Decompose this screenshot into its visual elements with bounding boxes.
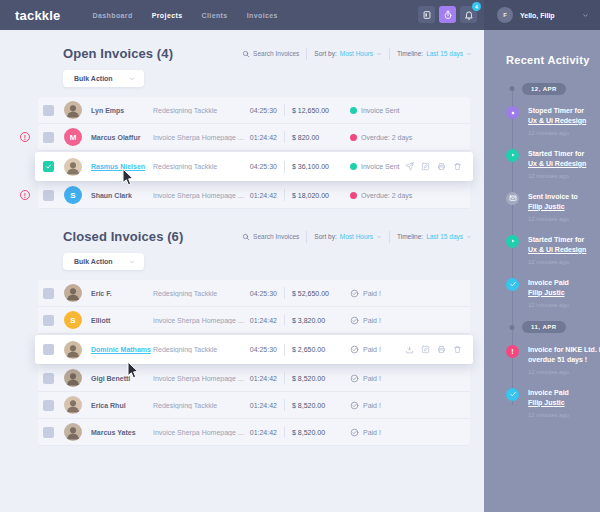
search-invoices[interactable]: Search Invoices xyxy=(242,233,299,241)
timeline-dropdown[interactable]: Timeline:Last 15 days xyxy=(397,50,472,57)
row-checkbox[interactable] xyxy=(43,373,54,384)
row-checkbox[interactable] xyxy=(43,344,54,355)
user-menu[interactable]: F Yello, Filip xyxy=(484,0,600,30)
activity-link[interactable]: Ux & Ui Redesign xyxy=(528,117,586,124)
delete-icon[interactable] xyxy=(453,345,462,354)
activity-link[interactable]: Filip Justic xyxy=(528,399,565,406)
tracked-time: 04:25:30 xyxy=(245,163,277,170)
activity-text: Started Timer forUx & Ui Redesign 12 min… xyxy=(528,235,600,266)
row-checkbox[interactable] xyxy=(43,315,54,326)
row-checkbox[interactable] xyxy=(43,427,54,438)
sidebar-title: Recent Activity xyxy=(506,54,592,66)
avatar-photo xyxy=(64,369,82,387)
row-checkbox[interactable] xyxy=(43,190,54,201)
invoice-amount: $ 36,100.00 xyxy=(292,163,350,170)
activity-link[interactable]: Ux & Ui Redesign xyxy=(528,246,586,253)
activity-text: Invoice PaidFilip Justic 12 minutes ago xyxy=(528,278,600,309)
row-checkbox[interactable] xyxy=(43,161,54,172)
invoice-row[interactable]: Eric F. Redesigning Tackkle 04:25:30 $ 5… xyxy=(38,280,470,307)
invoice-row[interactable]: Rasmus Nielsen Redesigning Tackkle 04:25… xyxy=(35,152,473,181)
project-name: Redesigning Tackkle xyxy=(153,107,245,114)
divider xyxy=(284,104,285,116)
activity-timestamp: 12 minutes ago xyxy=(528,129,600,137)
divider xyxy=(306,48,307,60)
invoice-row[interactable]: Gigi Benetti Invoice Sherpa Homepage ...… xyxy=(38,365,470,392)
project-name: Redesigning Tackkle xyxy=(153,163,245,170)
status-paid: Paid ! xyxy=(350,428,381,437)
avatar-initial: M xyxy=(64,128,82,146)
invoice-amount: $ 3,820.00 xyxy=(292,317,350,324)
activity-link[interactable]: Filip Justic xyxy=(528,203,565,210)
activity-item: Sent Invoice toFilip Justic 12 minutes a… xyxy=(506,192,592,223)
invoice-row[interactable]: SElliott Invoice Sherpa Homepage ... 01:… xyxy=(38,307,470,334)
avatar-photo xyxy=(64,284,82,302)
client-name-link[interactable]: Rasmus Nielsen xyxy=(91,163,145,170)
client-name-link[interactable]: Dominic Mathams xyxy=(91,346,151,353)
download-icon[interactable] xyxy=(405,345,414,354)
edit-icon[interactable] xyxy=(421,345,430,354)
check-circle-icon xyxy=(350,289,359,298)
status-overdue: Overdue: 2 days xyxy=(350,134,412,141)
activity-item: ! Invoice for NIKE Ltd. is overdue 51 da… xyxy=(506,345,592,376)
send-icon[interactable] xyxy=(405,162,414,171)
avatar-photo xyxy=(64,423,82,441)
search-invoices[interactable]: Search Invoices xyxy=(242,50,299,58)
timer-button[interactable] xyxy=(439,6,456,23)
activity-link[interactable]: Filip Justic xyxy=(528,289,565,296)
invoice-amount: $ 18,020.00 xyxy=(292,192,350,199)
section-controls: Search Invoices Sort by:Most Hours Timel… xyxy=(242,231,472,243)
invoice-row[interactable]: Marcus Yates Invoice Sherpa Homepage ...… xyxy=(38,419,470,446)
activity-timestamp: 12 minutes ago xyxy=(528,172,600,180)
tracked-time: 04:25:30 xyxy=(245,290,277,297)
row-checkbox[interactable] xyxy=(43,288,54,299)
sort-by-dropdown[interactable]: Sort by:Most Hours xyxy=(314,233,382,240)
invoices-main: Open Invoices (4) Search Invoices Sort b… xyxy=(0,30,484,512)
invoice-row[interactable]: ! MMarcus Olaffur Invoice Sherpa Homepag… xyxy=(38,124,470,151)
invoice-list: Lyn Emps Redesigning Tackkle 04:25:30 $ … xyxy=(38,97,470,209)
invoice-amount: $ 2,650.00 xyxy=(292,346,350,353)
nav-item-invoices[interactable]: Invoices xyxy=(247,12,278,19)
activity-link[interactable]: Ux & Ui Redesign xyxy=(528,160,586,167)
app-window: tackkle DashboardProjectsClientsInvoices… xyxy=(0,0,600,512)
row-checkbox[interactable] xyxy=(43,400,54,411)
status-paid: Paid ! xyxy=(350,345,381,354)
section-closed-invoices-6: Closed Invoices (6) Search Invoices Sort… xyxy=(20,229,476,446)
invoice-row[interactable]: Lyn Emps Redesigning Tackkle 04:25:30 $ … xyxy=(38,97,470,124)
client-name: Eric F. xyxy=(91,290,153,297)
mail-icon xyxy=(506,192,519,205)
activity-text: Sent Invoice toFilip Justic 12 minutes a… xyxy=(528,192,600,223)
invoice-row[interactable]: ! SShaun Clark Invoice Sherpa Homepage .… xyxy=(38,182,470,209)
row-actions xyxy=(405,162,462,171)
delete-icon[interactable] xyxy=(453,162,462,171)
status-dot xyxy=(350,192,357,199)
chevron-down-icon xyxy=(466,234,472,240)
edit-icon[interactable] xyxy=(421,162,430,171)
activity-item: Invoice PaidFilip Justic 12 minutes ago xyxy=(506,278,592,309)
print-icon[interactable] xyxy=(437,345,446,354)
nav-item-clients[interactable]: Clients xyxy=(202,12,228,19)
bulk-action-button[interactable]: Bulk Action xyxy=(63,253,144,270)
activity-timestamp: 12 minutes ago xyxy=(528,258,600,266)
overdue-alert-icon: ! xyxy=(20,190,30,200)
row-checkbox[interactable] xyxy=(43,105,54,116)
activity-timestamp: 12 minutes ago xyxy=(528,411,600,419)
avatar: F xyxy=(497,7,513,23)
avatar-photo xyxy=(64,158,82,176)
status-overdue: Overdue: 2 days xyxy=(350,192,412,199)
sort-by-dropdown[interactable]: Sort by:Most Hours xyxy=(314,50,382,57)
invoice-row[interactable]: Dominic Mathams Redesigning Tackkle 04:2… xyxy=(35,335,473,364)
notifications-button[interactable]: 4 xyxy=(460,6,477,23)
print-icon[interactable] xyxy=(437,162,446,171)
invoice-amount: $ 52,650.00 xyxy=(292,290,350,297)
tracked-time: 01:24:42 xyxy=(245,192,277,199)
activity-text: Started Timer forUx & Ui Redesign 12 min… xyxy=(528,149,600,180)
client-name: Rasmus Nielsen xyxy=(91,163,153,170)
timeline-dropdown[interactable]: Timeline:Last 15 days xyxy=(397,233,472,240)
invoice-row[interactable]: Erica Rhul Redesigning Tackkle 01:24:42 … xyxy=(38,392,470,419)
status-paid: Paid ! xyxy=(350,401,381,410)
invoices-panel-button[interactable] xyxy=(418,6,435,23)
nav-item-dashboard[interactable]: Dashboard xyxy=(93,12,133,19)
row-checkbox[interactable] xyxy=(43,132,54,143)
bulk-action-button[interactable]: Bulk Action xyxy=(63,70,144,87)
nav-item-projects[interactable]: Projects xyxy=(152,12,183,19)
